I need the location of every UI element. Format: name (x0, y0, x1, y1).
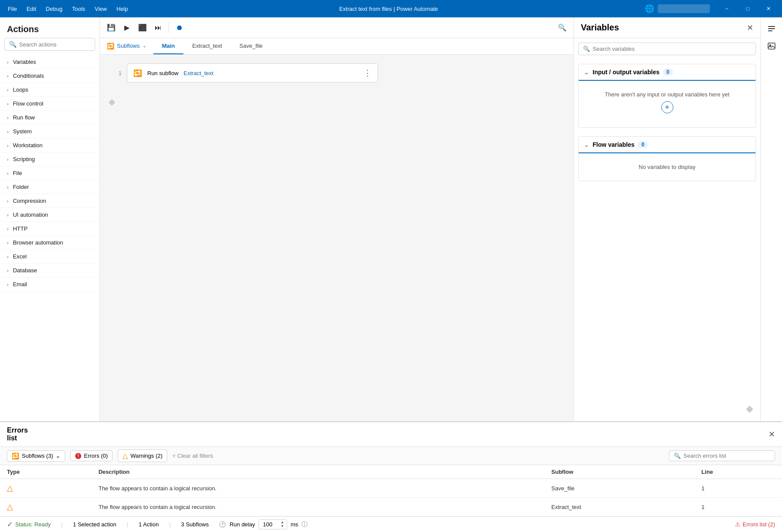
search-icon: 🔍 (9, 41, 17, 48)
input-output-body: There aren't any input or output variabl… (579, 81, 755, 127)
action-group-http[interactable]: › HTTP (0, 222, 99, 236)
record-button[interactable]: ⏺ (172, 21, 186, 35)
menu-edit[interactable]: Edit (22, 4, 40, 14)
info-icon: ⓘ (302, 521, 308, 529)
collapse-icon: ⌄ (584, 69, 589, 76)
warning-icon: △ (123, 452, 128, 460)
input-output-empty-text: There aren't any input or output variabl… (605, 91, 729, 98)
subflows-filter[interactable]: 🔁 Subflows (3) ⌄ (7, 450, 65, 462)
table-row[interactable]: △ The flow appears to contain a logical … (0, 479, 782, 498)
chevron-right-icon: › (7, 59, 9, 65)
action-group-scripting[interactable]: › Scripting (0, 152, 99, 166)
errors-close-button[interactable]: ✕ (769, 430, 775, 439)
minimize-button[interactable]: − (717, 2, 737, 16)
action-group-excel[interactable]: › Excel (0, 250, 99, 264)
window-title: Extract text from files | Power Automate (133, 6, 645, 12)
action-group-browser-automation[interactable]: › Browser automation (0, 236, 99, 250)
action-group-system[interactable]: › System (0, 125, 99, 139)
run-delay-unit: ms (291, 521, 298, 528)
run-delay-input[interactable]: 100 ▲ ▼ (258, 519, 287, 529)
search-variables-input[interactable] (593, 46, 751, 52)
flow-step-card[interactable]: 🔁 Run subflow Extract_text ⋮ (127, 63, 378, 83)
action-group-compression[interactable]: › Compression (0, 194, 99, 208)
actions-panel: Actions 🔍 › Variables › Conditionals › L… (0, 17, 100, 421)
toolbar-separator (169, 23, 169, 33)
chevron-right-icon: › (7, 254, 9, 259)
warning-icon: △ (7, 484, 13, 492)
run-delay-control: 🕐 Run delay 100 ▲ ▼ ms ⓘ (219, 519, 308, 529)
run-button[interactable]: ▶ (120, 21, 134, 35)
errors-search-input[interactable] (683, 453, 770, 459)
input-output-title: Input / output variables (593, 69, 659, 76)
run-delay-value[interactable]: 100 (262, 521, 279, 528)
search-variables-box[interactable]: 🔍 (578, 43, 756, 55)
chevron-right-icon: › (7, 282, 9, 287)
warnings-filter-label: Warnings (2) (130, 453, 162, 459)
search-actions-input[interactable] (19, 41, 90, 48)
action-group-folder[interactable]: › Folder (0, 180, 99, 194)
clear-filters-button[interactable]: ▿ Clear all filters (172, 453, 213, 459)
save-button[interactable]: 💾 (104, 21, 118, 35)
warnings-filter[interactable]: △ Warnings (2) (118, 449, 167, 462)
errors-list-link[interactable]: ⚠ Errors list (2) (735, 521, 775, 528)
action-group-run-flow[interactable]: › Run flow (0, 111, 99, 125)
chevron-right-icon: › (7, 87, 9, 93)
stop-button[interactable]: ⬛ (136, 21, 149, 35)
row-description: The flow appears to contain a logical re… (92, 498, 544, 516)
status-bar: ✓ Status: Ready | 1 Selected action | 1 … (0, 516, 782, 532)
subflows-dropdown[interactable]: 🔁 Subflows ⌄ (100, 38, 153, 54)
spinner-up[interactable]: ▲ (281, 521, 284, 524)
maximize-button[interactable]: □ (738, 2, 758, 16)
tab-main[interactable]: Main (153, 38, 184, 54)
image-icon[interactable] (764, 38, 779, 54)
chevron-right-icon: › (7, 73, 9, 79)
action-group-variables[interactable]: › Variables (0, 55, 99, 69)
run-subflow-icon: 🔁 (133, 69, 142, 77)
errors-search-box[interactable]: 🔍 (669, 450, 775, 461)
toolbar-search-button[interactable]: 🔍 (555, 21, 569, 35)
run-delay-text: Run delay (229, 521, 255, 528)
subflows-count: 3 Subflows (181, 521, 209, 528)
action-group-database[interactable]: › Database (0, 264, 99, 278)
menu-debug[interactable]: Debug (41, 4, 66, 14)
variables-title: Variables (581, 23, 619, 33)
menu-view[interactable]: View (90, 4, 111, 14)
errors-filters: 🔁 Subflows (3) ⌄ ! Errors (0) △ Warnings… (0, 447, 782, 465)
close-button[interactable]: ✕ (759, 2, 779, 16)
search-flow-button[interactable]: 🔍 (555, 21, 569, 35)
variables-icon[interactable] (764, 21, 779, 36)
errors-filter[interactable]: ! Errors (0) (70, 450, 113, 461)
check-icon: ✓ (7, 520, 13, 529)
action-group-loops[interactable]: › Loops (0, 83, 99, 97)
action-group-ui-automation[interactable]: › UI automation (0, 208, 99, 222)
menu-tools[interactable]: Tools (68, 4, 89, 14)
action-group-conditionals[interactable]: › Conditionals (0, 69, 99, 83)
search-actions-box[interactable]: 🔍 (4, 38, 95, 51)
var-panel-footer: ◆ (574, 185, 760, 421)
step-subflow-link[interactable]: Extract_text (184, 70, 214, 76)
action-group-file[interactable]: › File (0, 166, 99, 180)
flow-canvas[interactable]: 1 🔁 Run subflow Extract_text ⋮ ◆ (100, 55, 573, 421)
step-more-button[interactable]: ⋮ (364, 68, 371, 78)
spinner-down[interactable]: ▼ (281, 525, 284, 528)
menu-help[interactable]: Help (112, 4, 133, 14)
table-row[interactable]: △ The flow appears to contain a logical … (0, 498, 782, 516)
menu-file[interactable]: File (3, 4, 21, 14)
tab-extract-text[interactable]: Extract_text (183, 38, 231, 54)
action-group-flow-control[interactable]: › Flow control (0, 97, 99, 111)
chevron-right-icon: › (7, 157, 9, 162)
flow-variables-header[interactable]: ⌄ Flow variables 0 (579, 137, 755, 153)
step-button[interactable]: ⏭ (151, 21, 165, 35)
chevron-right-icon: › (7, 101, 9, 106)
variables-close-button[interactable]: ✕ (747, 23, 753, 33)
flow-end-diamond: ◆ (109, 96, 115, 107)
errors-table: Type Description Subflow Line △ The flow… (0, 465, 782, 516)
right-sidebar (760, 17, 782, 421)
tab-save-file[interactable]: Save_file (231, 38, 271, 54)
input-output-section-header[interactable]: ⌄ Input / output variables 0 (579, 64, 755, 81)
chevron-down-icon: ⌄ (142, 43, 146, 49)
action-group-workstation[interactable]: › Workstation (0, 139, 99, 152)
warning-icon: △ (7, 502, 13, 511)
action-group-email[interactable]: › Email (0, 278, 99, 291)
add-variable-button[interactable]: + (661, 101, 673, 113)
